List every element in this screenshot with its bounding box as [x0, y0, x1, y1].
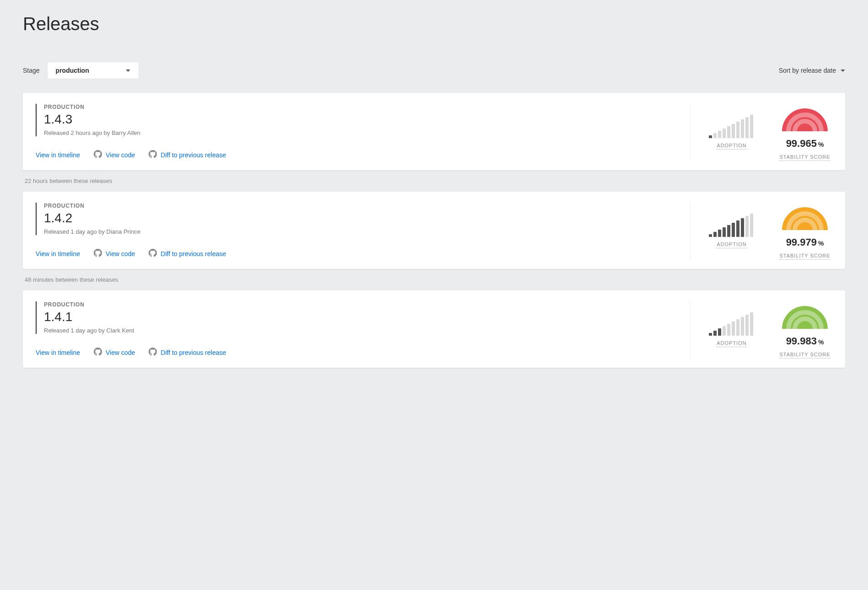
chevron-down-icon — [841, 70, 845, 72]
adoption-bar — [741, 119, 744, 138]
adoption-bar — [718, 328, 721, 336]
adoption-metric: ADOPTION — [709, 214, 755, 248]
github-icon — [149, 348, 157, 357]
adoption-label: ADOPTION — [717, 241, 746, 248]
sort-label: Sort by release date — [779, 67, 836, 74]
release-meta: Released 2 hours ago by Barry Allen — [44, 129, 674, 136]
github-icon — [149, 249, 157, 258]
github-icon — [149, 150, 157, 160]
release-links: View in timelineView codeDiff to previou… — [36, 348, 674, 357]
release-links: View in timelineView codeDiff to previou… — [36, 150, 674, 160]
release-metrics: ADOPTION99.965%STABILITY SCORE — [690, 104, 832, 161]
release-stage-tag: PRODUCTION — [44, 301, 674, 308]
stability-value: 99.983% — [786, 335, 824, 347]
adoption-bar — [750, 115, 753, 138]
adoption-bar — [732, 124, 735, 138]
adoption-bar — [723, 129, 726, 138]
diff-link[interactable]: Diff to previous release — [149, 150, 226, 160]
view-timeline-link[interactable]: View in timeline — [36, 349, 80, 356]
release-stage-tag: PRODUCTION — [44, 203, 674, 209]
adoption-bar — [727, 126, 730, 138]
stability-gauge — [777, 104, 832, 133]
page-title: Releases — [23, 14, 845, 34]
adoption-metric: ADOPTION — [709, 313, 755, 347]
stability-metric: 99.983%STABILITY SCORE — [777, 301, 832, 359]
adoption-bar — [727, 225, 730, 237]
release-card: PRODUCTION1.4.1Released 1 day ago by Cla… — [23, 290, 845, 368]
adoption-bar — [713, 133, 717, 138]
stability-metric: 99.965%STABILITY SCORE — [777, 104, 832, 161]
github-icon — [94, 249, 102, 258]
release-header: PRODUCTION1.4.2Released 1 day ago by Dia… — [36, 203, 674, 235]
adoption-bar — [713, 331, 717, 336]
release-metrics: ADOPTION99.979%STABILITY SCORE — [690, 203, 832, 260]
stage-label: Stage — [23, 67, 40, 74]
view-code-link[interactable]: View code — [94, 348, 135, 357]
percent-symbol: % — [818, 338, 824, 346]
adoption-bar — [718, 230, 721, 237]
stability-value: 99.979% — [786, 236, 824, 248]
adoption-bar — [745, 315, 749, 336]
release-version: 1.4.2 — [44, 211, 674, 225]
release-card: PRODUCTION1.4.2Released 1 day ago by Dia… — [23, 192, 845, 269]
controls-row: Stage production Sort by release date — [23, 62, 845, 79]
adoption-bar — [736, 122, 739, 138]
stability-gauge — [777, 203, 832, 232]
stability-label: STABILITY SCORE — [779, 253, 830, 260]
diff-link[interactable]: Diff to previous release — [149, 348, 226, 357]
sort-selector[interactable]: Sort by release date — [779, 67, 845, 74]
adoption-bar — [745, 117, 749, 138]
releases-list: PRODUCTION1.4.3Released 2 hours ago by B… — [23, 93, 845, 368]
adoption-chart — [709, 115, 755, 138]
release-card: PRODUCTION1.4.3Released 2 hours ago by B… — [23, 93, 845, 170]
adoption-bar — [709, 333, 712, 336]
adoption-bar — [741, 218, 744, 237]
adoption-chart — [709, 214, 755, 237]
release-stage-tag: PRODUCTION — [44, 104, 674, 110]
release-info: PRODUCTION1.4.3Released 2 hours ago by B… — [36, 104, 674, 161]
adoption-bar — [732, 223, 735, 237]
adoption-metric: ADOPTION — [709, 115, 755, 150]
adoption-bar — [713, 232, 717, 237]
release-info: PRODUCTION1.4.1Released 1 day ago by Cla… — [36, 301, 674, 359]
adoption-bar — [723, 326, 726, 336]
view-timeline-link[interactable]: View in timeline — [36, 151, 80, 159]
adoption-bar — [750, 312, 753, 336]
stability-label: STABILITY SCORE — [779, 352, 830, 359]
chevron-down-icon — [126, 70, 130, 72]
adoption-bar — [709, 234, 712, 237]
adoption-bar — [745, 216, 749, 237]
stage-selector-value: production — [56, 67, 89, 74]
stage-selector[interactable]: production — [47, 62, 139, 79]
stability-gauge — [777, 301, 832, 331]
percent-symbol: % — [818, 240, 824, 247]
adoption-bar — [723, 227, 726, 237]
github-icon — [94, 150, 102, 160]
adoption-bar — [732, 322, 735, 336]
adoption-bar — [709, 135, 712, 138]
adoption-bar — [741, 317, 744, 336]
release-gap-label: 48 minutes between these releases — [23, 269, 845, 290]
diff-link[interactable]: Diff to previous release — [149, 249, 226, 258]
view-timeline-link[interactable]: View in timeline — [36, 250, 80, 257]
adoption-label: ADOPTION — [717, 143, 746, 150]
release-version: 1.4.1 — [44, 310, 674, 324]
stage-filter-group: Stage production — [23, 62, 139, 79]
adoption-bar — [736, 220, 739, 237]
stability-metric: 99.979%STABILITY SCORE — [777, 203, 832, 260]
view-code-link[interactable]: View code — [94, 150, 135, 160]
release-gap-label: 22 hours between these releases — [23, 170, 845, 192]
release-meta: Released 1 day ago by Diana Prince — [44, 228, 674, 235]
release-version: 1.4.3 — [44, 112, 674, 127]
release-meta: Released 1 day ago by Clark Kent — [44, 327, 674, 334]
adoption-chart — [709, 313, 755, 336]
release-header: PRODUCTION1.4.1Released 1 day ago by Cla… — [36, 301, 674, 334]
stability-label: STABILITY SCORE — [779, 154, 830, 161]
adoption-bar — [750, 214, 753, 237]
adoption-bar — [727, 324, 730, 336]
github-icon — [94, 348, 102, 357]
release-info: PRODUCTION1.4.2Released 1 day ago by Dia… — [36, 203, 674, 260]
stability-value: 99.965% — [786, 138, 824, 150]
release-header: PRODUCTION1.4.3Released 2 hours ago by B… — [36, 104, 674, 136]
view-code-link[interactable]: View code — [94, 249, 135, 258]
